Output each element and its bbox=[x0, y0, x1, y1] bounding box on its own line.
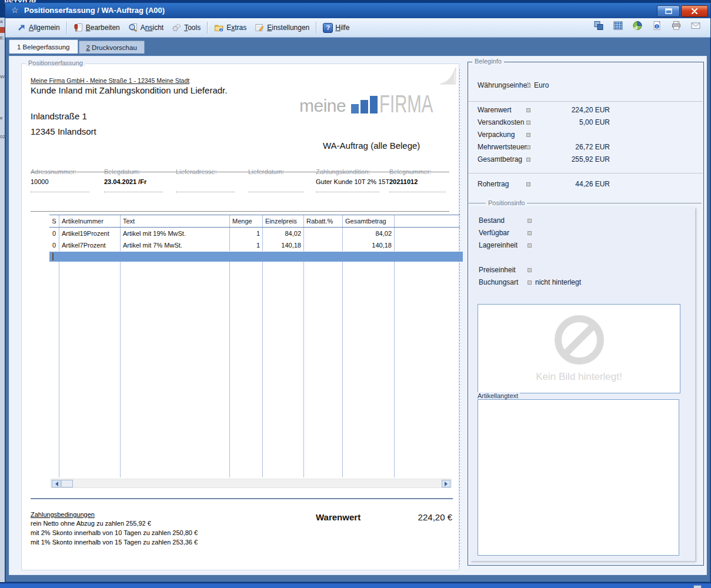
square-bullet-icon bbox=[526, 158, 530, 162]
scroll-left-button[interactable] bbox=[52, 480, 61, 487]
groupbox-label-positionserfassung: Positionserfassung bbox=[26, 59, 85, 66]
square-bullet-icon bbox=[526, 133, 530, 137]
logo-word-meine: meine bbox=[299, 96, 346, 115]
pie-chart-icon[interactable] bbox=[632, 21, 643, 31]
square-bullet-icon bbox=[528, 268, 532, 272]
menu-label: Hilfe bbox=[335, 24, 349, 32]
beleginfo-row-mehrwertsteuer: Mehrwertsteuer 26,72 EUR bbox=[478, 143, 703, 155]
payment-line: mit 2% Skonto innerhalb von 10 Tagen zu … bbox=[31, 529, 198, 536]
menu-allgemein[interactable]: Allgemein bbox=[12, 21, 64, 34]
square-bullet-icon bbox=[528, 280, 532, 285]
logo-word-firma: FIRMA bbox=[379, 92, 433, 116]
footer-total-value: 224,20 € bbox=[375, 512, 452, 522]
logo-bars-icon bbox=[349, 96, 378, 113]
scroll-right-button[interactable] bbox=[442, 480, 450, 487]
menu-label: Allgemein bbox=[29, 24, 60, 32]
arrow-left-icon bbox=[53, 482, 58, 486]
horizontal-scrollbar[interactable] bbox=[51, 479, 452, 488]
menu-separator bbox=[207, 22, 208, 34]
field-lieferdatum: Lieferdatum: bbox=[248, 168, 312, 175]
menu-label: Tools bbox=[184, 24, 201, 32]
positionsinfo-row-buchungsart: Buchungsart nicht hinterlegt bbox=[479, 278, 690, 290]
company-logo: meineFIRMA bbox=[299, 92, 456, 118]
tab-druckvorschau[interactable]: 2 Druckvorschau bbox=[79, 41, 145, 54]
folder-info-icon bbox=[214, 23, 224, 32]
arrow-up-right-icon bbox=[16, 23, 26, 32]
restore-icon bbox=[665, 8, 672, 14]
positionsinfo-row-bestand: Bestand bbox=[479, 216, 690, 229]
recipient-city: 12345 Inlandsort bbox=[31, 126, 96, 136]
notepad-pen-icon bbox=[255, 23, 265, 32]
tab-strip: 1 Belegerfassung 2 Druckvorschau bbox=[9, 41, 145, 54]
artikellangtext-box[interactable] bbox=[478, 399, 679, 556]
positionsinfo-row-preiseinheit: Preiseinheit bbox=[479, 266, 690, 278]
gears-icon bbox=[172, 23, 182, 32]
menu-label: Ansicht bbox=[141, 24, 163, 32]
table-row[interactable]: 0 Artikel7Prozent Artikel mit 7% MwSt. 1… bbox=[49, 239, 460, 251]
menu-extras[interactable]: Extras bbox=[210, 21, 251, 34]
tab-page: Positionserfassung Meine Firma GmbH - Me… bbox=[9, 56, 707, 575]
field-value[interactable]: 10000 bbox=[31, 178, 49, 185]
field-zahlungskondition: Zahlungskondition: Guter Kunde 10T 2% 15… bbox=[316, 168, 392, 175]
no-image-icon bbox=[550, 309, 609, 370]
page-curl-icon bbox=[439, 66, 457, 85]
square-bullet-icon bbox=[528, 243, 532, 248]
main-window: ☆ Positionserfassung / WA-Auftrag (A00) … bbox=[5, 2, 711, 583]
dotted-divider bbox=[469, 101, 702, 102]
positionsinfo-row-lagereinheit: Lagereinheit bbox=[479, 241, 690, 253]
menu-separator bbox=[66, 22, 67, 34]
square-bullet-icon bbox=[526, 121, 530, 125]
square-bullet-icon bbox=[526, 108, 530, 112]
divider bbox=[31, 211, 449, 212]
tab-belegerfassung[interactable]: 1 Belegerfassung bbox=[9, 39, 78, 54]
article-image-box: Kein Bild hinterlegt! bbox=[478, 304, 680, 393]
menu-label: Einstellungen bbox=[267, 24, 309, 32]
beleginfo-row-warenwert: Warenwert 224,20 EUR bbox=[478, 106, 703, 118]
close-window-button[interactable] bbox=[681, 5, 708, 17]
footer-divider bbox=[31, 498, 453, 499]
square-bullet-icon bbox=[526, 182, 530, 186]
groupbox-label-positionsinfo: Positionsinfo bbox=[486, 199, 527, 206]
scrollbar-thumb[interactable] bbox=[61, 480, 73, 487]
table-row[interactable]: 0 Artikel19Prozent Artikel mit 19% MwSt.… bbox=[49, 228, 460, 239]
grid-table-icon[interactable] bbox=[613, 21, 623, 31]
info-document-icon[interactable] bbox=[652, 21, 662, 31]
magnifier-document-icon bbox=[128, 23, 138, 32]
menu-label: Bearbeiten bbox=[86, 24, 120, 32]
footer-total-label: Warenwert bbox=[316, 512, 360, 522]
printer-icon[interactable] bbox=[671, 21, 682, 31]
star-icon: ☆ bbox=[11, 5, 19, 15]
sender-line: Meine Firma GmbH - Meine Straße 1 - 1234… bbox=[31, 77, 189, 84]
groupbox-label-artikellangtext: Artikellangtext bbox=[476, 392, 520, 399]
menu-ansicht[interactable]: Ansicht bbox=[124, 21, 168, 34]
background-taskbar-strip bbox=[0, 582, 711, 588]
square-bullet-icon bbox=[528, 219, 532, 223]
table-empty-area[interactable] bbox=[49, 262, 460, 477]
beleginfo-row-rohertrag: Rohertrag 44,26 EUR bbox=[478, 180, 703, 192]
field-value[interactable]: 23.04.2021 /Fr bbox=[104, 178, 146, 185]
beleginfo-row-waehrungseinheit: Währungseinheit Euro bbox=[478, 81, 703, 93]
payment-line: mit 1% Skonto innerhalb von 15 Tagen zu … bbox=[31, 539, 198, 546]
square-bullet-icon bbox=[528, 231, 532, 235]
field-value[interactable]: Guter Kunde 10T 2% 15T bbox=[316, 178, 389, 185]
document-type: WA-Auftrag (alle Belege) bbox=[323, 141, 420, 151]
dotted-divider bbox=[469, 173, 702, 173]
menu-hilfe[interactable]: ? Hilfe bbox=[319, 21, 353, 35]
field-value[interactable]: 20211012 bbox=[389, 178, 418, 185]
field-adressnummer: Adressnummer: 10000 bbox=[31, 168, 100, 175]
beleginfo-row-versandkosten: Versandkosten 5,00 EUR bbox=[478, 118, 703, 131]
recipient-street: Inlandstraße 1 bbox=[31, 111, 87, 121]
table-header-row: S Artikelnummer Text Menge Einzelpreis R… bbox=[49, 215, 460, 228]
menu-tools[interactable]: Tools bbox=[168, 21, 205, 34]
groupbox-label-beleginfo: Beleginfo bbox=[472, 58, 504, 65]
titlebar[interactable]: ☆ Positionserfassung / WA-Auftrag (A00) bbox=[5, 3, 710, 18]
groupbox-positionserfassung: Meine Firma GmbH - Meine Straße 1 - 1234… bbox=[21, 64, 459, 570]
selected-empty-row[interactable] bbox=[49, 252, 463, 262]
cascade-windows-icon[interactable] bbox=[593, 21, 604, 31]
help-question-icon: ? bbox=[323, 23, 333, 33]
menu-bearbeiten[interactable]: Bearbeiten bbox=[69, 21, 124, 34]
taskbar-icon-fragment bbox=[693, 585, 702, 588]
restore-window-button[interactable] bbox=[657, 5, 680, 17]
menu-einstellungen[interactable]: Einstellungen bbox=[251, 21, 313, 34]
email-icon[interactable] bbox=[690, 21, 701, 31]
